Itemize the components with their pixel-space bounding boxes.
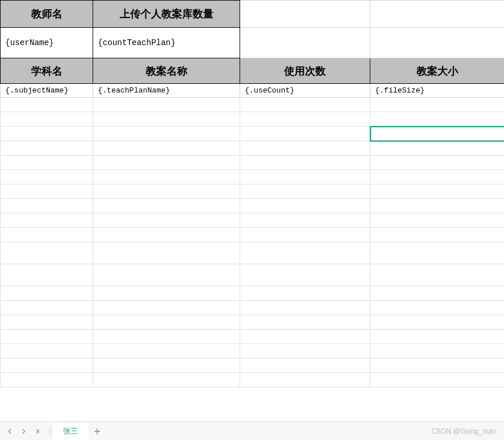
cell[interactable]	[1, 344, 93, 358]
cell[interactable]	[93, 330, 240, 344]
cell[interactable]	[370, 184, 505, 199]
cell[interactable]	[370, 141, 505, 156]
sheet-nav-last[interactable]	[31, 425, 44, 438]
cell[interactable]	[370, 330, 505, 344]
cell[interactable]	[1, 141, 93, 156]
cell[interactable]	[1, 112, 93, 127]
cell[interactable]	[240, 286, 370, 301]
cell[interactable]	[240, 264, 370, 286]
cell-file-size[interactable]: {.fileSize}	[370, 84, 505, 98]
cell[interactable]	[1, 228, 93, 242]
cell[interactable]	[93, 264, 240, 286]
header-upload-count[interactable]: 上传个人教案库数量	[93, 1, 240, 28]
cell[interactable]	[370, 373, 505, 387]
cell[interactable]	[93, 199, 240, 213]
cell[interactable]	[240, 98, 370, 112]
sheet-nav-prev[interactable]	[3, 425, 16, 438]
cell[interactable]	[93, 98, 240, 112]
cell[interactable]	[240, 141, 370, 156]
cell[interactable]	[240, 170, 370, 184]
header-file-size[interactable]: 教案大小	[370, 58, 505, 84]
cell[interactable]	[93, 141, 240, 156]
cell[interactable]	[370, 242, 505, 264]
cell[interactable]	[93, 373, 240, 387]
cell-count-teachplan[interactable]: {countTeachPlan}	[93, 28, 240, 58]
cell-c1[interactable]	[240, 1, 370, 28]
header-subject-name[interactable]: 学科名	[1, 58, 93, 84]
sheet-nav-next[interactable]	[17, 425, 30, 438]
cell[interactable]	[240, 315, 370, 330]
cell[interactable]	[240, 112, 370, 127]
cell[interactable]	[370, 213, 505, 228]
cell-d1[interactable]	[370, 1, 505, 28]
cell[interactable]	[240, 228, 370, 242]
cell[interactable]	[1, 330, 93, 344]
cell[interactable]	[370, 170, 505, 184]
cell[interactable]	[93, 358, 240, 373]
cell[interactable]	[240, 373, 370, 387]
cell[interactable]	[370, 112, 505, 127]
cell[interactable]	[240, 242, 370, 264]
cell[interactable]	[1, 156, 93, 170]
cell[interactable]	[93, 344, 240, 358]
cell[interactable]	[93, 156, 240, 170]
cell[interactable]	[370, 199, 505, 213]
cell[interactable]	[370, 228, 505, 242]
cell[interactable]	[370, 264, 505, 286]
cell-c2[interactable]	[240, 28, 370, 58]
cell[interactable]	[93, 315, 240, 330]
spreadsheet-grid[interactable]: 教师名 上传个人教案库数量 {userName} {countTeachPlan…	[0, 0, 504, 421]
cell[interactable]	[93, 242, 240, 264]
cell[interactable]	[1, 98, 93, 112]
cell[interactable]	[93, 112, 240, 127]
header-plan-name[interactable]: 教案名称	[93, 58, 240, 84]
cell[interactable]	[1, 184, 93, 199]
cell[interactable]	[1, 301, 93, 315]
cell[interactable]	[1, 373, 93, 387]
cell[interactable]	[240, 156, 370, 170]
cell[interactable]	[1, 286, 93, 301]
cell[interactable]	[93, 213, 240, 228]
cell[interactable]	[240, 358, 370, 373]
sheet-tab-bar: 张三 CSDN @Going_man	[0, 421, 504, 440]
cell[interactable]	[370, 156, 505, 170]
sheet-tab-active[interactable]: 张三	[53, 423, 89, 440]
cell[interactable]	[1, 213, 93, 228]
cell[interactable]	[93, 170, 240, 184]
cell[interactable]	[370, 98, 505, 112]
cell[interactable]	[93, 184, 240, 199]
cell[interactable]	[1, 358, 93, 373]
cell[interactable]	[1, 199, 93, 213]
cell[interactable]	[370, 358, 505, 373]
cell-subject-name[interactable]: {.subjectName}	[1, 84, 93, 98]
cell-teach-plan-name[interactable]: {.teachPlanName}	[93, 84, 240, 98]
cell[interactable]	[93, 301, 240, 315]
header-teacher-name[interactable]: 教师名	[1, 1, 93, 28]
cell[interactable]	[93, 228, 240, 242]
cell[interactable]	[93, 127, 240, 141]
cell[interactable]	[240, 301, 370, 315]
cell[interactable]	[240, 330, 370, 344]
header-use-count[interactable]: 使用次数	[240, 58, 370, 84]
cell[interactable]	[1, 242, 93, 264]
cell[interactable]	[1, 264, 93, 286]
cell[interactable]	[1, 315, 93, 330]
cell[interactable]	[240, 199, 370, 213]
cell[interactable]	[240, 213, 370, 228]
cell-use-count[interactable]: {.useCount}	[240, 84, 370, 98]
cell[interactable]	[240, 184, 370, 199]
cell-username[interactable]: {userName}	[1, 28, 93, 58]
cell[interactable]	[370, 315, 505, 330]
add-sheet-button[interactable]	[89, 423, 106, 440]
cell[interactable]	[240, 344, 370, 358]
cell[interactable]	[240, 127, 370, 141]
cell[interactable]	[1, 170, 93, 184]
cell[interactable]	[370, 286, 505, 301]
cell[interactable]	[370, 301, 505, 315]
selected-cell[interactable]	[370, 127, 505, 141]
watermark-text: CSDN @Going_man	[431, 427, 496, 435]
cell[interactable]	[1, 127, 93, 141]
cell[interactable]	[93, 286, 240, 301]
cell-d2[interactable]	[370, 28, 505, 58]
cell[interactable]	[370, 344, 505, 358]
